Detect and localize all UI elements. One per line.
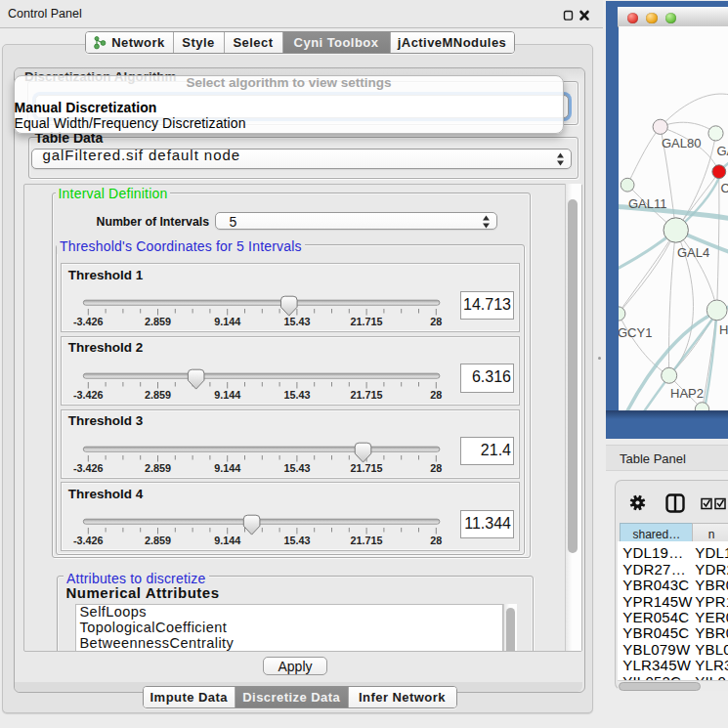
svg-text:GAL11: GAL11 xyxy=(628,196,667,211)
svg-text:28: 28 xyxy=(430,462,442,474)
svg-text:15.43: 15.43 xyxy=(283,462,310,474)
svg-text:GA: GA xyxy=(716,144,728,158)
svg-text:GAL4: GAL4 xyxy=(677,245,709,260)
svg-text:2.859: 2.859 xyxy=(145,316,171,327)
svg-text:9.144: 9.144 xyxy=(214,462,240,474)
svg-text:21.715: 21.715 xyxy=(350,389,382,401)
svg-text:21.715: 21.715 xyxy=(350,535,382,546)
svg-text:9.144: 9.144 xyxy=(214,389,240,401)
svg-text:15.43: 15.43 xyxy=(283,389,310,401)
svg-text:2.859: 2.859 xyxy=(145,462,171,474)
svg-text:9.144: 9.144 xyxy=(214,535,240,546)
svg-text:2.859: 2.859 xyxy=(145,389,171,401)
svg-text:-3.426: -3.426 xyxy=(73,389,104,401)
svg-text:GCY1: GCY1 xyxy=(619,325,652,340)
svg-text:21.715: 21.715 xyxy=(350,462,382,474)
svg-text:2.859: 2.859 xyxy=(145,535,171,546)
svg-text:H: H xyxy=(719,322,728,337)
svg-text:15.43: 15.43 xyxy=(283,535,310,546)
svg-text:-3.426: -3.426 xyxy=(73,316,104,327)
svg-text:15.43: 15.43 xyxy=(283,316,310,327)
svg-text:21.715: 21.715 xyxy=(350,316,382,327)
svg-text:GAL80: GAL80 xyxy=(662,136,701,150)
svg-text:28: 28 xyxy=(430,316,442,327)
svg-text:-3.426: -3.426 xyxy=(73,462,104,474)
svg-text:9.144: 9.144 xyxy=(214,316,240,327)
svg-text:28: 28 xyxy=(430,389,442,401)
svg-text:C: C xyxy=(720,181,728,195)
svg-text:28: 28 xyxy=(430,535,442,546)
svg-text:HAP2: HAP2 xyxy=(670,386,704,401)
svg-text:-3.426: -3.426 xyxy=(73,535,104,546)
